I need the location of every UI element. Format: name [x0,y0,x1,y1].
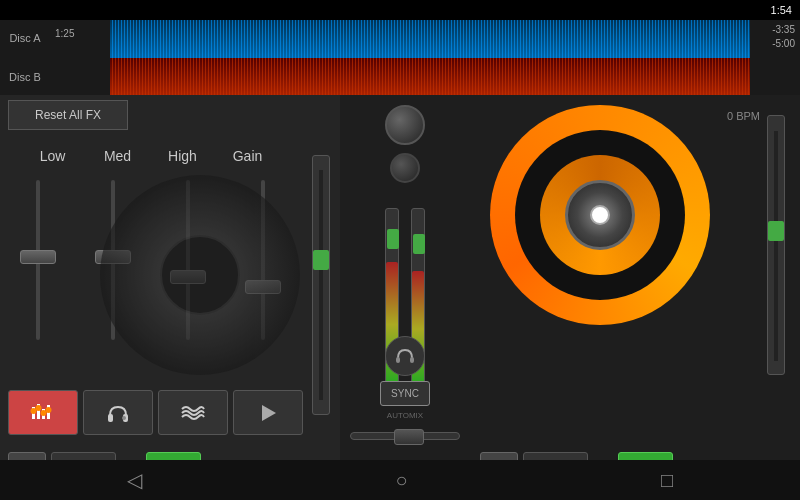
waveform-blue [110,20,750,58]
nav-bar: ◁ ○ □ [0,460,800,500]
svg-point-5 [36,405,42,411]
play-button-left[interactable] [233,390,303,435]
left-deck: Reset All FX Low Med High Gain [0,95,340,500]
eq-low-label: Low [23,148,83,164]
svg-rect-14 [410,357,414,363]
eq-low-slider[interactable] [13,180,63,360]
wave-icon [179,399,207,427]
eq-low-track [36,180,40,340]
vinyl-left-inner [160,235,240,315]
waveform-red [110,58,750,95]
time-left-label: 1:25 [55,28,74,39]
transport-buttons-left [8,390,303,435]
filter-knob[interactable] [390,153,420,183]
svg-point-6 [41,410,47,416]
waveform-section: Disc A 1:25 -3:35 -5:00 Disc B [0,20,800,95]
turntable-ring-outer [490,105,710,325]
svg-rect-8 [108,414,113,422]
back-button[interactable]: ◁ [127,468,142,492]
bpm-display: 0 BPM [727,110,760,122]
deck-area: Reset All FX Low Med High Gain [0,95,800,500]
time-right-label: -3:35 -5:00 [772,23,795,51]
eq-med-label: Med [88,148,148,164]
pitch-slider-left[interactable] [312,155,330,415]
svg-point-4 [31,408,37,414]
crossfader-thumb[interactable] [394,429,424,445]
status-bar: 1:54 [0,0,800,20]
pitch-slider-right[interactable] [767,115,785,375]
svg-point-10 [122,416,126,420]
disc-b-label: Disc B [0,58,50,95]
svg-marker-11 [262,405,276,421]
crossfader-track [350,432,460,440]
eq-low-thumb[interactable] [20,250,56,264]
recents-button[interactable]: □ [661,469,673,492]
headphone-mix-button[interactable] [385,336,425,376]
status-time: 1:54 [771,4,792,16]
automix-label: AUTOMIX [387,411,423,420]
headphone-icon [104,399,132,427]
reset-fx-button[interactable]: Reset All FX [8,100,128,130]
headphone-button[interactable] [83,390,153,435]
sync-button[interactable]: SYNC [380,381,430,406]
eq-gain-label: Gain [218,148,278,164]
vinyl-left [100,175,300,375]
pitch-track-right [774,131,778,361]
eq-labels: Low Med High Gain [0,143,300,169]
eq-knob-top[interactable] [385,105,425,145]
center-mixer: SYNC AUTOMIX ◀ ▶ [340,95,470,500]
wave-button[interactable] [158,390,228,435]
turntable-hub [590,205,610,225]
pitch-thumb-right[interactable] [768,221,784,241]
play-icon-left [256,401,280,425]
volume-fader-right-thumb[interactable] [413,234,425,254]
main-content: Disc A 1:25 -3:35 -5:00 Disc B Reset All… [0,20,800,500]
svg-point-7 [46,407,52,413]
disc-a-label: Disc A [0,20,50,55]
sync-area: SYNC AUTOMIX [345,336,465,420]
turntable-ring-inner [540,155,660,275]
mixer-icon [29,399,57,427]
turntable-center [565,180,635,250]
turntable-ring-mid [515,130,685,300]
mixer-button[interactable] [8,390,78,435]
right-deck: 0 BPM [470,95,800,500]
headphone-mix-icon [394,345,416,367]
pitch-track-left [319,170,323,400]
eq-high-label: High [153,148,213,164]
svg-rect-13 [396,357,400,363]
crossfader[interactable] [350,432,460,440]
pitch-thumb-left[interactable] [313,250,329,270]
home-button[interactable]: ○ [395,469,407,492]
turntable[interactable] [490,105,710,325]
volume-fader-left-thumb[interactable] [387,229,399,249]
